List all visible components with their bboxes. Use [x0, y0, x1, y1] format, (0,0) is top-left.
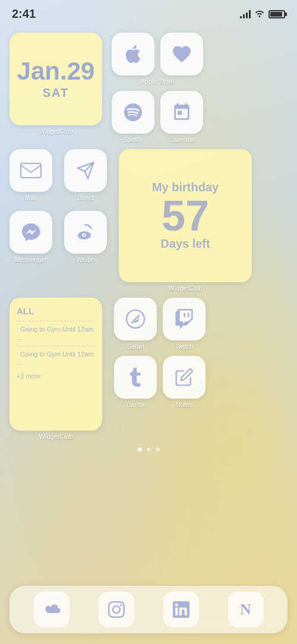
tumblr-app[interactable]: Tumblr [114, 356, 157, 408]
birthday-number: 57 [162, 194, 209, 237]
wifi-icon [254, 9, 265, 19]
todo-widget: ALL · Going to Gym Until 12am ... · Goin… [10, 298, 102, 431]
birthday-widget-label: WidgetClub [169, 285, 203, 292]
spotify-app[interactable]: Spotify [112, 91, 154, 143]
calendar-label: Calendar [169, 136, 195, 143]
safari-label: Safari [127, 343, 144, 350]
date-main-text: Jan.29 [17, 59, 95, 84]
battery-icon [268, 10, 285, 18]
dock: N [10, 586, 287, 633]
dock-netflix[interactable]: N [228, 592, 264, 627]
apple-icon-box[interactable] [112, 33, 154, 75]
tumblr-notes-row: Tumblr Notes [114, 356, 206, 408]
page-dot-3 [156, 447, 160, 452]
spotify-label: Spotify [123, 136, 143, 143]
signal-icon [240, 10, 251, 18]
status-bar: 2:41 [0, 0, 297, 23]
messenger-label: Messenger [15, 256, 47, 263]
apple-health-pair [112, 33, 203, 75]
todo-widget-label: WidgetClub [39, 433, 73, 440]
date-widget-label: WidgetClub [39, 128, 73, 135]
birthday-subtitle: Days left [160, 237, 210, 251]
mail-label: Mail [25, 194, 37, 201]
direct-app[interactable]: Direct [64, 149, 107, 201]
mail-app[interactable]: Mail [10, 149, 52, 201]
row-2: Mail Messenger [10, 149, 287, 292]
todo-more: +2 more [17, 372, 95, 380]
calendar-app[interactable]: Calendar [160, 91, 203, 143]
svg-rect-0 [21, 163, 41, 178]
notes-app[interactable]: Notes [163, 356, 206, 408]
page-dot-2 [147, 447, 151, 452]
twitch-app[interactable]: Twitch [163, 298, 206, 350]
status-icons [240, 9, 285, 19]
safari-twitch-row: Safari Twitch [114, 298, 206, 350]
weibo-label: Weibo [77, 256, 95, 263]
todo-item-1: · Going to Gym Until 12am ... [17, 321, 95, 346]
health-icon-box[interactable] [160, 33, 203, 75]
status-time: 2:41 [12, 7, 36, 21]
direct-label: Direct [77, 194, 94, 201]
notes-label: Notes [176, 401, 193, 408]
weibo-app[interactable]: Weibo [64, 211, 107, 263]
tumblr-label: Tumblr [125, 401, 146, 408]
dock-linkedin[interactable] [163, 592, 199, 627]
dock-icloud[interactable] [34, 592, 69, 627]
safari-app[interactable]: Safari [114, 298, 157, 350]
page-dots [10, 447, 287, 452]
dock-instagram[interactable] [99, 592, 134, 627]
date-widget: Jan.29 SAT [10, 33, 102, 125]
home-screen: Jan.29 SAT WidgetClub [0, 23, 297, 459]
page-dot-1 [138, 447, 142, 452]
row-3: ALL · Going to Gym Until 12am ... · Goin… [10, 298, 287, 440]
todo-item-2: · Going to Gym Until 12am ... [17, 346, 95, 371]
apple-store-label: Apple Store [140, 78, 174, 85]
spotify-calendar-row: Spotify Calendar [112, 91, 203, 143]
date-day-text: SAT [43, 86, 69, 100]
birthday-widget: My birthday 57 Days left [119, 149, 252, 282]
twitch-label: Twitch [175, 343, 193, 350]
messenger-app[interactable]: Messenger [10, 211, 52, 263]
row-1: Jan.29 SAT WidgetClub [10, 33, 287, 143]
todo-all-label: ALL [17, 306, 95, 316]
